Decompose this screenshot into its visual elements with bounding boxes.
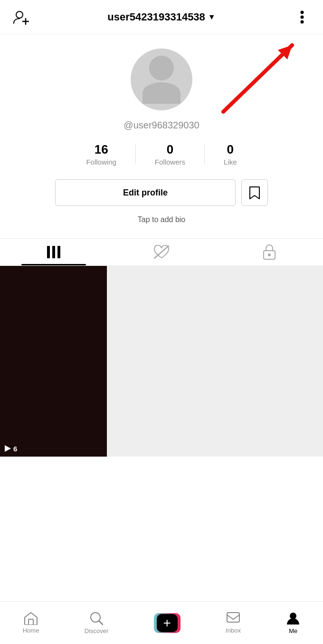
profile-section: @user968329030 16 Following 0 Followers … [0,34,323,238]
svg-line-17 [99,621,103,624]
add-user-button[interactable] [10,6,32,29]
followers-count: 0 [167,142,173,157]
username-dropdown[interactable]: user5423193314538 ▼ [107,11,215,23]
followers-stat[interactable]: 0 Followers [136,142,204,166]
tab-private[interactable] [215,239,323,265]
header: user5423193314538 ▼ [0,0,323,34]
tab-liked[interactable] [108,239,216,265]
likes-label: Like [224,158,237,166]
avatar-body [142,82,180,104]
svg-rect-9 [52,246,55,258]
nav-inbox[interactable]: Inbox [218,608,248,638]
svg-point-3 [301,10,304,14]
avatar-head [149,56,174,80]
svg-rect-10 [57,246,60,258]
nav-me-label: Me [289,627,297,634]
following-label: Following [86,158,116,166]
likes-count: 0 [227,142,234,157]
likes-stat[interactable]: 0 Like [205,142,256,166]
more-options-button[interactable] [291,6,314,29]
nav-home-label: Home [23,627,39,634]
bookmark-button[interactable] [241,179,268,206]
content-grid: 6 [0,266,323,457]
svg-rect-18 [227,613,239,622]
avatar[interactable] [131,49,192,110]
svg-point-0 [16,11,23,18]
action-row: Edit profile [10,179,314,206]
nav-discover[interactable]: Discover [77,607,116,638]
create-plus-icon: + [163,615,171,631]
video-thumbnail[interactable]: 6 [0,266,107,457]
svg-point-4 [301,15,304,19]
nav-create[interactable]: + [146,609,188,637]
avatar-placeholder [142,56,180,104]
following-stat[interactable]: 16 Following [67,142,135,166]
svg-point-5 [301,20,304,23]
nav-inbox-label: Inbox [226,627,241,634]
svg-point-16 [91,613,100,622]
svg-rect-8 [47,246,50,258]
svg-marker-14 [5,445,11,452]
bio-placeholder[interactable]: Tap to add bio [138,215,186,224]
nav-me[interactable]: Me [278,607,308,638]
tab-videos[interactable] [0,239,108,265]
followers-label: Followers [155,158,185,166]
following-count: 16 [95,142,108,157]
svg-point-13 [268,254,271,256]
dropdown-arrow: ▼ [208,13,216,21]
user-handle: @user968329030 [124,120,199,131]
bottom-nav: Home Discover + Inbox Me [0,601,323,644]
username-text: user5423193314538 [107,11,205,23]
create-button[interactable]: + [154,613,180,633]
svg-point-19 [290,613,296,619]
nav-home[interactable]: Home [15,608,47,638]
svg-rect-15 [28,619,33,625]
stats-row: 16 Following 0 Followers 0 Like [67,142,256,166]
tabs-row [0,238,323,266]
edit-profile-button[interactable]: Edit profile [55,179,236,206]
video-play-count: 6 [4,445,17,453]
nav-discover-label: Discover [85,627,109,634]
